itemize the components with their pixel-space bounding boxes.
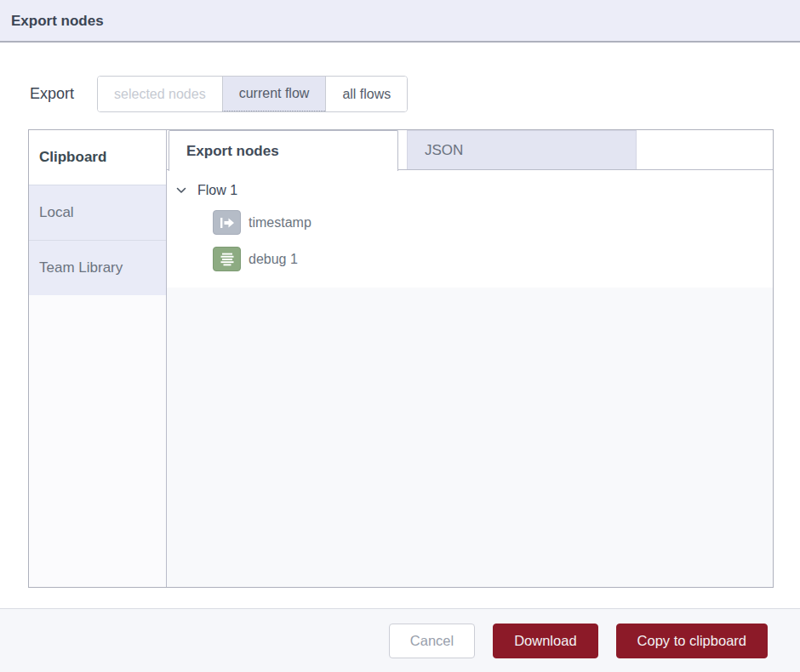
download-button[interactable]: Download <box>493 624 597 658</box>
selected-nodes-button[interactable]: selected nodes <box>98 77 222 111</box>
sidebar-header-clipboard: Clipboard <box>29 130 166 185</box>
export-scope-label: Export <box>30 85 74 103</box>
chevron-down-icon[interactable] <box>175 187 187 194</box>
tab-json[interactable]: JSON <box>407 130 637 169</box>
tab-export-nodes[interactable]: Export nodes <box>169 130 398 171</box>
export-content: Export nodes JSON Flow 1 <box>167 130 773 587</box>
dialog-header: Export nodes <box>0 0 800 43</box>
dialog-title: Export nodes <box>0 0 800 43</box>
node-label: debug 1 <box>249 252 298 267</box>
tree-row-node-timestamp[interactable]: timestamp <box>167 204 773 241</box>
export-scope-row: Export selected nodes current flow all f… <box>30 76 408 112</box>
node-tree: Flow 1 timestamp <box>167 170 773 288</box>
tree-row-flow[interactable]: Flow 1 <box>167 177 773 204</box>
tab-bar: Export nodes JSON <box>167 130 773 170</box>
library-sidebar: Clipboard Local Team Library <box>29 130 167 587</box>
sidebar-item-local[interactable]: Local <box>29 185 166 240</box>
sidebar-item-team-library[interactable]: Team Library <box>29 240 166 295</box>
export-panel: Clipboard Local Team Library Export node… <box>28 129 774 588</box>
copy-to-clipboard-button[interactable]: Copy to clipboard <box>616 624 768 658</box>
node-label: timestamp <box>249 215 311 231</box>
all-flows-button[interactable]: all flows <box>325 77 407 111</box>
flow-label: Flow 1 <box>197 183 237 198</box>
export-scope-button-group: selected nodes current flow all flows <box>97 76 408 112</box>
tree-row-node-debug[interactable]: debug 1 <box>167 241 773 277</box>
debug-lines-icon <box>213 247 241 271</box>
cancel-button[interactable]: Cancel <box>389 624 475 658</box>
dialog-footer: Cancel Download Copy to clipboard <box>0 608 800 672</box>
tree-empty-area <box>167 288 773 587</box>
current-flow-button[interactable]: current flow <box>222 77 326 111</box>
inject-arrow-icon <box>213 210 241 235</box>
